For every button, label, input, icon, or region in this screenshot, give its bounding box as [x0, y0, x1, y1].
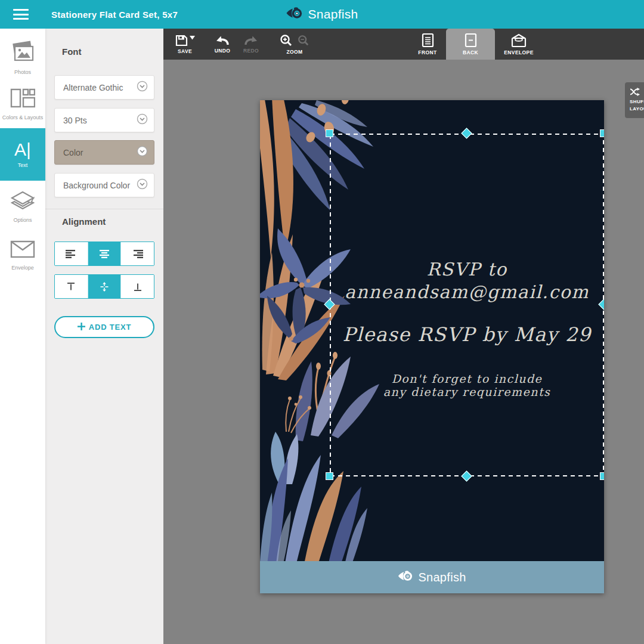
shuffle-layout-button[interactable]: SHUFFLE LAYOUT — [625, 82, 644, 118]
align-center-button[interactable] — [88, 242, 122, 265]
undo-button[interactable]: UNDO — [209, 29, 236, 60]
options-icon — [10, 190, 36, 213]
alignment-heading: Alignment — [62, 216, 106, 227]
sidebar: Photos Colors & Layouts A| Text Options — [0, 29, 45, 644]
vertical-alignment-group — [54, 274, 154, 299]
card-preview[interactable]: RSVP to anneandsam@gmail.com Please RSVP… — [260, 100, 604, 593]
snapfish-logo: Snapfish — [286, 7, 358, 22]
text-icon: A| — [14, 141, 31, 159]
align-right-button[interactable] — [121, 242, 154, 265]
zoom-in-icon — [280, 34, 293, 47]
brand-name: Snapfish — [308, 7, 358, 21]
save-button[interactable]: SAVE — [171, 29, 199, 60]
resize-handle-bottom-left[interactable] — [326, 472, 333, 480]
view-tabs: FRONT BACK ENVELOPE — [409, 29, 543, 60]
align-left-button[interactable] — [55, 242, 88, 265]
sidebar-label: Text — [18, 162, 28, 169]
align-middle-button[interactable] — [88, 275, 122, 298]
editor-toolbar: SAVE UNDO REDO ZOO — [163, 29, 644, 60]
sidebar-label: Colors & Layouts — [2, 114, 44, 121]
chevron-down-icon — [137, 80, 148, 94]
background-color-label: Background Color — [63, 181, 137, 190]
font-color-label: Color — [63, 148, 137, 157]
chevron-down-icon — [137, 113, 148, 127]
tab-envelope[interactable]: ENVELOPE — [495, 29, 543, 60]
sidebar-item-photos[interactable]: Photos — [0, 35, 45, 81]
zoom-out-icon — [298, 35, 309, 47]
card-text-line[interactable]: RSVP to — [330, 259, 604, 280]
zoom-controls[interactable]: ZOOM — [273, 29, 316, 60]
front-card-icon — [422, 33, 434, 48]
card-artwork — [260, 100, 604, 593]
align-top-button[interactable] — [55, 275, 88, 298]
align-center-icon — [99, 250, 110, 258]
menu-icon[interactable] — [13, 9, 29, 20]
save-icon — [175, 35, 188, 47]
sidebar-label: Photos — [14, 69, 31, 76]
plus-icon — [78, 322, 85, 333]
layouts-icon — [10, 88, 35, 111]
resize-handle-bottom-right[interactable] — [600, 472, 604, 480]
back-card-icon — [465, 33, 477, 48]
add-text-button[interactable]: ADD TEXT — [54, 316, 154, 338]
align-top-icon — [66, 282, 76, 292]
card-footer: Snapfish — [260, 561, 604, 593]
align-left-icon — [66, 250, 76, 258]
background-color-dropdown[interactable]: Background Color — [54, 173, 154, 197]
card-text-line[interactable]: any dietary requirements — [330, 385, 604, 398]
card-text-line[interactable]: anneandsam@gmail.com — [330, 281, 604, 302]
add-text-label: ADD TEXT — [89, 323, 131, 332]
panel-divider — [45, 209, 163, 209]
sidebar-label: Envelope — [11, 265, 34, 271]
text-panel: Font Alternate Gothic 30 Pts Color Backg… — [45, 29, 163, 644]
tab-back[interactable]: BACK — [446, 29, 495, 60]
redo-icon — [243, 35, 259, 46]
envelope-icon — [10, 240, 36, 261]
chevron-down-icon — [137, 145, 148, 159]
chevron-down-icon — [137, 178, 148, 192]
tab-front[interactable]: FRONT — [409, 29, 446, 60]
fish-icon — [398, 570, 414, 584]
sidebar-item-colors-layouts[interactable]: Colors & Layouts — [0, 81, 45, 128]
align-right-icon — [132, 250, 143, 258]
topbar: Stationery Flat Card Set, 5x7 Snapfish — [0, 0, 644, 29]
sidebar-label: Options — [13, 217, 32, 224]
font-heading: Font — [62, 47, 81, 57]
redo-button[interactable]: REDO — [237, 29, 265, 60]
align-bottom-icon — [133, 282, 143, 292]
caret-down-icon — [190, 36, 195, 40]
fish-icon — [286, 7, 304, 22]
font-size-dropdown[interactable]: 30 Pts — [54, 108, 154, 132]
resize-handle-top-left[interactable] — [326, 129, 333, 137]
sidebar-item-text[interactable]: A| Text — [0, 128, 45, 181]
project-title: Stationery Flat Card Set, 5x7 — [51, 10, 178, 20]
card-text-line[interactable]: Don't forget to include — [330, 372, 604, 385]
resize-handle-top-right[interactable] — [600, 129, 604, 137]
font-color-dropdown[interactable]: Color — [54, 140, 154, 165]
align-middle-icon — [100, 282, 109, 292]
font-family-dropdown[interactable]: Alternate Gothic — [54, 75, 154, 100]
envelope-open-icon — [511, 33, 527, 48]
sidebar-item-envelope[interactable]: Envelope — [0, 231, 45, 279]
sidebar-item-options[interactable]: Options — [0, 182, 45, 230]
font-size-value: 30 Pts — [63, 116, 137, 125]
align-bottom-button[interactable] — [121, 275, 154, 298]
undo-icon — [215, 35, 230, 46]
photos-icon — [10, 41, 36, 66]
card-text-line[interactable]: Please RSVP by May 29 — [330, 323, 604, 346]
shuffle-layout-label: SHUFFLE LAYOUT — [630, 98, 644, 113]
font-family-value: Alternate Gothic — [63, 83, 137, 92]
shuffle-icon — [630, 88, 640, 96]
footer-brand-name: Snapfish — [418, 571, 466, 584]
horizontal-alignment-group — [54, 242, 154, 266]
